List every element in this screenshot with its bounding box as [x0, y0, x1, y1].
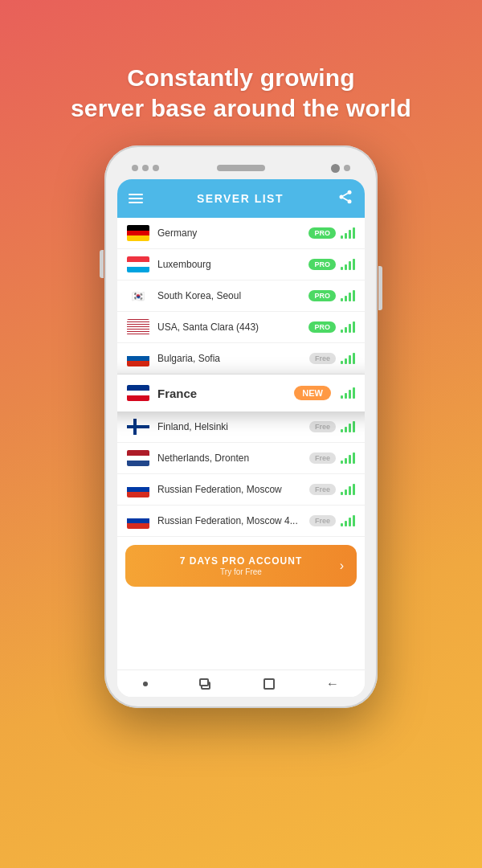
highlighted-item-container: France NEW — [117, 375, 365, 411]
badge-free: Free — [309, 452, 336, 464]
flag-bulgaria — [127, 350, 149, 366]
server-name: Luxembourg — [157, 259, 308, 270]
phone-mockup: SERVER LIST Germany PRO — [104, 145, 378, 708]
flag-russia-2 — [127, 513, 149, 529]
list-item[interactable]: Germany PRO — [117, 218, 365, 249]
server-name: Finland, Helsinki — [157, 421, 309, 432]
flag-finland — [127, 419, 149, 435]
signal-icon — [341, 387, 355, 399]
signal-icon — [341, 227, 355, 239]
flag-france — [127, 385, 149, 401]
pro-banner-title: 7 DAYS PRO ACCOUNT — [180, 555, 302, 567]
list-item[interactable]: Russian Federation, Moscow Free — [117, 474, 365, 506]
svg-point-0 — [347, 190, 351, 194]
pro-banner-button[interactable]: 7 DAYS PRO ACCOUNT Try for Free › — [125, 545, 357, 587]
phone-dot-2 — [142, 165, 149, 171]
bottom-nav: ← — [117, 669, 365, 697]
badge-free: Free — [309, 353, 336, 364]
server-name: Bulgaria, Sofia — [157, 353, 309, 364]
svg-point-1 — [339, 194, 343, 199]
signal-icon — [341, 452, 355, 464]
server-name: South Korea, Seoul — [157, 290, 308, 301]
nav-square-button[interactable] — [263, 678, 275, 690]
menu-icon[interactable] — [129, 194, 143, 203]
signal-icon — [341, 259, 355, 270]
flag-netherlands — [127, 450, 149, 466]
svg-point-2 — [347, 199, 351, 203]
list-item[interactable]: Finland, Helsinki Free — [117, 411, 365, 443]
list-item[interactable]: 🇰🇷 South Korea, Seoul PRO — [117, 280, 365, 312]
phone-dot-3 — [153, 165, 159, 171]
share-icon[interactable] — [337, 189, 353, 209]
nav-recent-button[interactable] — [199, 678, 212, 690]
phone-dot-1 — [132, 165, 138, 171]
flag-germany — [127, 225, 149, 241]
signal-icon — [341, 515, 355, 526]
flag-usa — [127, 319, 149, 335]
nav-dot-button[interactable] — [143, 682, 148, 686]
server-name: USA, Santa Clara (443) — [157, 321, 308, 333]
badge-pro: PRO — [308, 321, 336, 333]
server-name: Russian Federation, Moscow 4... — [157, 515, 309, 526]
app-bar: SERVER LIST — [117, 179, 365, 218]
badge-free: Free — [309, 515, 336, 526]
signal-icon — [341, 421, 355, 432]
pro-banner-arrow-icon: › — [340, 559, 344, 573]
list-item[interactable]: Russian Federation, Moscow 4... Free — [117, 506, 365, 537]
signal-icon — [341, 484, 355, 495]
list-item[interactable]: USA, Santa Clara (443) PRO — [117, 312, 365, 343]
signal-icon — [341, 353, 355, 364]
phone-speaker — [217, 165, 265, 171]
badge-pro: PRO — [308, 290, 336, 301]
badge-free: Free — [309, 484, 336, 495]
phone-camera — [331, 164, 340, 173]
list-item[interactable]: Netherlands, Dronten Free — [117, 443, 365, 474]
nav-back-button[interactable]: ← — [326, 677, 339, 691]
server-name-france: France — [157, 387, 294, 400]
server-list: Germany PRO Luxembourg PRO 🇰🇷 South Kore… — [117, 218, 365, 669]
svg-line-4 — [343, 193, 348, 195]
pro-banner-subtitle: Try for Free — [220, 567, 262, 576]
phone-screen: SERVER LIST Germany PRO — [117, 179, 365, 697]
phone-top-bar — [112, 157, 370, 179]
headline: Constantly growing server base around th… — [27, 32, 455, 123]
app-bar-title: SERVER LIST — [197, 192, 284, 205]
phone-dots-left — [132, 165, 159, 171]
phone-dots-right — [331, 164, 350, 173]
server-name: Russian Federation, Moscow — [157, 484, 309, 495]
phone-dot-4 — [344, 165, 350, 171]
flag-luxembourg — [127, 256, 149, 272]
badge-pro: PRO — [308, 259, 336, 270]
svg-line-3 — [343, 198, 348, 200]
list-item[interactable]: Bulgaria, Sofia Free — [117, 343, 365, 375]
server-name: Germany — [157, 227, 308, 239]
signal-icon — [341, 290, 355, 301]
badge-free: Free — [309, 421, 336, 432]
list-item[interactable]: Luxembourg PRO — [117, 249, 365, 280]
badge-new: NEW — [294, 386, 331, 400]
badge-pro: PRO — [308, 227, 336, 239]
server-name: Netherlands, Dronten — [157, 452, 309, 464]
list-item-france[interactable]: France NEW — [117, 375, 365, 411]
signal-icon — [341, 321, 355, 333]
headline-text: Constantly growing server base around th… — [47, 63, 435, 123]
flag-russia-1 — [127, 481, 149, 497]
flag-south-korea: 🇰🇷 — [127, 288, 149, 304]
